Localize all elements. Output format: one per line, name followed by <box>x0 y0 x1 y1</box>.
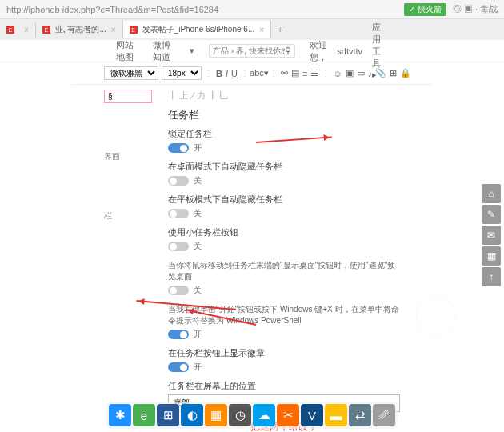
side-toolbar: ⌂ ✎ ✉ ▦ ↑ <box>482 184 501 286</box>
home-icon[interactable]: ⌂ <box>482 184 501 203</box>
dock-vnc-icon[interactable]: V <box>301 404 323 426</box>
editor-toolbar: 微软雅黑 18px ⋮ B I U ⋮ abc▾ ⋮ ⚯ ▤ ≡ ☰ ⋮ ☺ ▣… <box>72 62 432 85</box>
image-icon[interactable]: ▤ <box>291 66 299 81</box>
dock-snip-icon[interactable]: ✂ <box>277 404 299 426</box>
tab-0[interactable]: E× <box>0 22 36 38</box>
section-title: 任务栏 <box>168 108 400 122</box>
tab-1[interactable]: E业, 有志者的...× <box>36 21 123 38</box>
attach-icon[interactable]: 📎 <box>375 66 386 81</box>
setting-badges-label: 在任务栏按钮上显示徽章 <box>168 348 400 359</box>
toggle-autohide-tablet[interactable] <box>168 209 189 218</box>
breadcrumb: ┃ 上ノ力 ┃ 乚 <box>168 90 400 102</box>
dock-windows-icon[interactable]: ⊞ <box>157 404 179 426</box>
nav-sitemap[interactable]: 网站地图 <box>116 39 138 63</box>
separator: ⋮ <box>270 69 278 78</box>
site-nav: 网站地图 微博知道 ▾ ⚲ 欢迎您， sdtvttv 应用工具 ▸ <box>0 40 504 62</box>
mail-icon[interactable]: ✉ <box>482 226 501 245</box>
welcome-text: 欢迎您， <box>310 39 327 63</box>
toggle-badges[interactable] <box>168 362 189 372</box>
toggle-small-buttons[interactable] <box>168 242 189 251</box>
align-icon[interactable]: ≡ <box>302 66 307 81</box>
dock-app-icon[interactable]: ✱ <box>109 404 131 426</box>
setting-lock-label: 锁定任务栏 <box>168 129 400 140</box>
top-icon[interactable]: ↑ <box>482 267 501 286</box>
tab-icon: E <box>130 26 138 34</box>
addr-icons[interactable]: ◎ ▣ · 毒战 <box>453 3 498 15</box>
code-icon[interactable]: ⊞ <box>390 66 397 81</box>
nav-weibo[interactable]: 微博知道 <box>153 39 175 63</box>
dock-app-icon[interactable]: ▦ <box>205 404 227 426</box>
address-bar: http://iphoneb idex.php?c=Thread&m=Post&… <box>0 0 504 19</box>
watermark <box>416 296 456 336</box>
video-icon[interactable]: ▭ <box>357 66 365 81</box>
dock: ✱ e ⊞ ◐ ▦ ◷ ☁ ✂ V ▬ ⇄ ␥ <box>106 402 398 429</box>
search-box[interactable]: ⚲ <box>209 44 295 58</box>
separator: ⋮ <box>241 69 249 78</box>
close-icon[interactable]: × <box>111 26 116 34</box>
tab-add-button[interactable]: + <box>271 25 289 34</box>
toggle-autohide-desktop[interactable] <box>168 176 189 186</box>
dock-ie-icon[interactable]: e <box>133 404 155 426</box>
list-icon[interactable]: ☰ <box>310 66 318 81</box>
setting-autohide-tablet-label: 在平板模式下自动隐藏任务栏 <box>168 194 400 206</box>
dock-app-icon[interactable]: ␥ <box>373 404 395 426</box>
search-input[interactable] <box>213 46 285 55</box>
bold-button[interactable]: B <box>216 66 222 81</box>
dock-app-icon[interactable]: ☁ <box>253 404 275 426</box>
close-icon[interactable]: × <box>259 26 264 34</box>
left-label-bar: 栏 <box>104 210 152 222</box>
abc-button[interactable]: abc▾ <box>252 66 266 81</box>
pic-icon[interactable]: ▣ <box>346 66 354 81</box>
music-icon[interactable]: ♪ <box>368 66 373 81</box>
dock-app-icon[interactable]: ◐ <box>181 404 203 426</box>
tab-icon: E <box>42 26 50 34</box>
tab-bar: E× E业, 有志者的...× E发表帖子_iPhone 6s/iPhone 6… <box>0 19 504 40</box>
setting-position-label: 任务栏在屏幕上的位置 <box>168 381 400 392</box>
left-label-ui: 界面 <box>104 151 152 162</box>
calendar-icon[interactable]: ▦ <box>482 246 501 266</box>
separator: ⋮ <box>322 69 330 78</box>
toggle-powershell[interactable] <box>168 330 189 339</box>
dock-clock-icon[interactable]: ◷ <box>229 404 251 426</box>
setting-small-buttons-label: 使用小任务栏按钮 <box>168 227 400 238</box>
addr-badge[interactable]: ✓ 快火箭 <box>404 3 446 16</box>
username[interactable]: sdtvttv <box>337 46 362 56</box>
separator: ⋮ <box>205 69 213 78</box>
lock-icon[interactable]: 🔒 <box>400 66 411 81</box>
toggle-peek[interactable] <box>168 286 189 295</box>
toggle-lock[interactable] <box>168 143 189 153</box>
tab-2[interactable]: E发表帖子_iPhone 6s/iPhone 6...× <box>123 21 271 38</box>
underline-button[interactable]: U <box>231 66 238 81</box>
size-select[interactable]: 18px <box>162 66 202 80</box>
left-search[interactable] <box>104 90 152 103</box>
close-icon[interactable]: × <box>24 26 29 34</box>
dock-app-icon[interactable]: ⇄ <box>349 404 371 426</box>
edit-icon[interactable]: ✎ <box>482 205 501 224</box>
chevron-down-icon[interactable]: ▾ <box>190 46 194 56</box>
dock-folder-icon[interactable]: ▬ <box>325 404 347 426</box>
setting-peek-desc: 当你将鼠标移动到任务栏末端的"显示桌面"按钮时，使用"速览"预览桌面 <box>168 260 400 282</box>
font-select[interactable]: 微软雅黑 <box>104 66 158 80</box>
search-icon[interactable]: ⚲ <box>285 46 291 56</box>
link-icon[interactable]: ⚯ <box>281 66 288 81</box>
emoji-icon[interactable]: ☺ <box>333 66 342 81</box>
italic-button[interactable]: I <box>226 66 228 81</box>
tab-icon: E <box>6 26 14 34</box>
setting-autohide-desktop-label: 在桌面模式下自动隐藏任务栏 <box>168 162 400 173</box>
url-text[interactable]: http://iphoneb idex.php?c=Thread&m=Post&… <box>6 5 404 14</box>
